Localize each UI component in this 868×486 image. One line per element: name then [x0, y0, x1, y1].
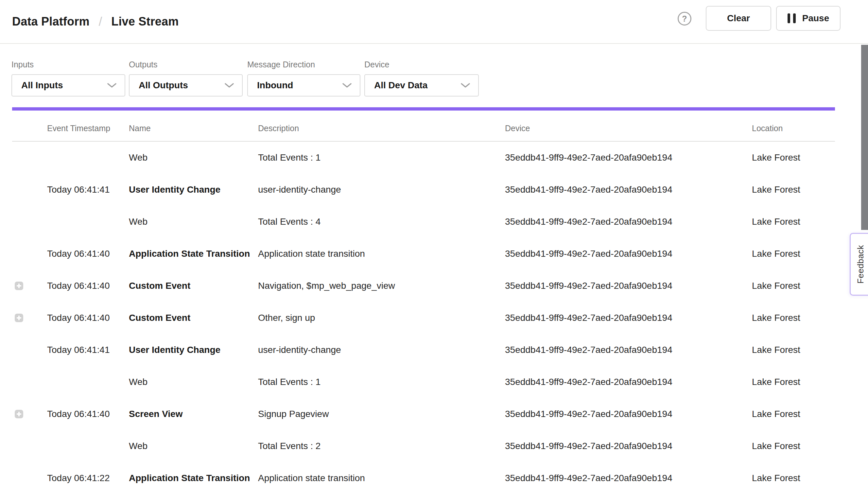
event-description-cell: Total Events : 1 — [258, 142, 320, 174]
event-name-cell: User Identity Change — [129, 174, 220, 206]
device-dropdown-value: All Dev Data — [374, 80, 428, 91]
device-dropdown[interactable]: All Dev Data — [364, 74, 479, 96]
inputs-dropdown-value: All Inputs — [21, 80, 63, 91]
scrollbar-thumb[interactable] — [861, 45, 868, 230]
clear-button[interactable]: Clear — [706, 6, 771, 31]
event-device-cell: 35eddb41-9ff9-49e2-7aed-20afa90eb194 — [505, 366, 673, 398]
filter-inputs: Inputs All Inputs — [11, 60, 125, 96]
event-location-cell: Lake Forest — [752, 334, 800, 366]
event-location-cell: Lake Forest — [752, 270, 800, 302]
chevron-down-icon — [461, 83, 470, 88]
event-timestamp-cell: Today 06:41:41 — [47, 174, 110, 206]
event-name-cell: Web — [129, 206, 148, 238]
breadcrumb: Data Platform / Live Stream — [12, 0, 179, 43]
event-name-cell: Web — [129, 142, 148, 174]
filter-outputs-label: Outputs — [129, 60, 243, 70]
event-description-cell: Navigation, $mp_web_page_view — [258, 270, 395, 302]
feedback-tab[interactable]: Feedback — [850, 233, 868, 296]
filter-message-direction: Message Direction Inbound — [247, 60, 361, 96]
clear-button-label: Clear — [727, 13, 750, 24]
filter-message-direction-label: Message Direction — [247, 60, 361, 70]
event-name-cell: Screen View — [129, 398, 183, 430]
message-direction-dropdown[interactable]: Inbound — [247, 74, 361, 96]
event-location-cell: Lake Forest — [752, 238, 800, 270]
event-description-cell: Total Events : 2 — [258, 430, 320, 462]
event-location-cell: Lake Forest — [752, 142, 800, 174]
table-row: Today 06:41:40 Custom Event Navigation, … — [0, 270, 868, 302]
breadcrumb-section[interactable]: Data Platform — [12, 15, 90, 28]
table-row: Today 06:41:40 Screen View Signup Pagevi… — [0, 398, 868, 430]
outputs-dropdown[interactable]: All Outputs — [129, 74, 243, 96]
column-header-name: Name — [129, 124, 151, 133]
event-device-cell: 35eddb41-9ff9-49e2-7aed-20afa90eb194 — [505, 174, 673, 206]
event-timestamp-cell: Today 06:41:40 — [47, 398, 110, 430]
pause-button[interactable]: Pause — [776, 6, 840, 31]
expand-row-button[interactable] — [15, 410, 23, 418]
expand-row-button[interactable] — [15, 314, 23, 322]
table-row: Today 06:41:40 Application State Transit… — [0, 238, 868, 270]
table-row: Today 06:41:22 Application State Transit… — [0, 462, 868, 486]
pause-button-label: Pause — [802, 13, 829, 24]
event-description-cell: user-identity-change — [258, 174, 341, 206]
table-row: Today 06:41:41 User Identity Change user… — [0, 174, 868, 206]
event-device-cell: 35eddb41-9ff9-49e2-7aed-20afa90eb194 — [505, 238, 673, 270]
feedback-tab-label: Feedback — [856, 245, 866, 283]
expand-row-button[interactable] — [15, 282, 23, 290]
event-device-cell: 35eddb41-9ff9-49e2-7aed-20afa90eb194 — [505, 302, 673, 334]
event-description-cell: Application state transition — [258, 462, 365, 486]
table-row: Web Total Events : 2 35eddb41-9ff9-49e2-… — [0, 430, 868, 462]
event-device-cell: 35eddb41-9ff9-49e2-7aed-20afa90eb194 — [505, 462, 673, 486]
event-location-cell: Lake Forest — [752, 302, 800, 334]
table-row: Web Total Events : 1 35eddb41-9ff9-49e2-… — [0, 142, 868, 174]
event-location-cell: Lake Forest — [752, 462, 800, 486]
event-location-cell: Lake Forest — [752, 366, 800, 398]
table-row: Web Total Events : 1 35eddb41-9ff9-49e2-… — [0, 366, 868, 398]
event-name-cell: Application State Transition — [129, 238, 250, 270]
event-timestamp-cell: Today 06:41:41 — [47, 334, 110, 366]
event-location-cell: Lake Forest — [752, 206, 800, 238]
chevron-down-icon — [224, 83, 234, 88]
event-timestamp-cell: Today 06:41:40 — [47, 302, 110, 334]
table-row: Today 06:41:41 User Identity Change user… — [0, 334, 868, 366]
event-name-cell: User Identity Change — [129, 334, 220, 366]
event-name-cell: Custom Event — [129, 302, 190, 334]
pause-icon — [787, 13, 796, 23]
event-location-cell: Lake Forest — [752, 174, 800, 206]
column-header-description: Description — [258, 124, 299, 133]
event-timestamp-cell: Today 06:41:40 — [47, 238, 110, 270]
event-name-cell: Custom Event — [129, 270, 190, 302]
accent-divider — [12, 107, 835, 111]
breadcrumb-separator: / — [99, 15, 102, 29]
event-name-cell: Application State Transition — [129, 462, 250, 486]
help-icon[interactable]: ? — [678, 12, 691, 26]
chevron-down-icon — [342, 83, 352, 88]
event-timestamp-cell: Today 06:41:40 — [47, 270, 110, 302]
outputs-dropdown-value: All Outputs — [139, 80, 188, 91]
event-device-cell: 35eddb41-9ff9-49e2-7aed-20afa90eb194 — [505, 334, 673, 366]
inputs-dropdown[interactable]: All Inputs — [11, 74, 125, 96]
message-direction-dropdown-value: Inbound — [257, 80, 293, 91]
column-header-device: Device — [505, 124, 530, 133]
event-timestamp-cell: Today 06:41:22 — [47, 462, 110, 486]
event-description-cell: Other, sign up — [258, 302, 315, 334]
column-header-location: Location — [752, 124, 783, 133]
page-title: Live Stream — [111, 15, 179, 28]
event-description-cell: user-identity-change — [258, 334, 341, 366]
event-name-cell: Web — [129, 366, 148, 398]
filter-outputs: Outputs All Outputs — [129, 60, 243, 96]
event-location-cell: Lake Forest — [752, 430, 800, 462]
event-description-cell: Total Events : 1 — [258, 366, 320, 398]
column-header-event-timestamp: Event Timestamp — [47, 124, 110, 133]
app-header: Data Platform / Live Stream ? Clear Paus… — [0, 0, 868, 44]
filter-device: Device All Dev Data — [364, 60, 479, 96]
chevron-down-icon — [107, 83, 117, 88]
event-description-cell: Application state transition — [258, 238, 365, 270]
event-location-cell: Lake Forest — [752, 398, 800, 430]
event-device-cell: 35eddb41-9ff9-49e2-7aed-20afa90eb194 — [505, 398, 673, 430]
event-description-cell: Total Events : 4 — [258, 206, 320, 238]
table-row: Web Total Events : 4 35eddb41-9ff9-49e2-… — [0, 206, 868, 238]
event-device-cell: 35eddb41-9ff9-49e2-7aed-20afa90eb194 — [505, 430, 673, 462]
live-stream-page: Data Platform / Live Stream ? Clear Paus… — [0, 0, 868, 486]
event-device-cell: 35eddb41-9ff9-49e2-7aed-20afa90eb194 — [505, 206, 673, 238]
event-device-cell: 35eddb41-9ff9-49e2-7aed-20afa90eb194 — [505, 270, 673, 302]
